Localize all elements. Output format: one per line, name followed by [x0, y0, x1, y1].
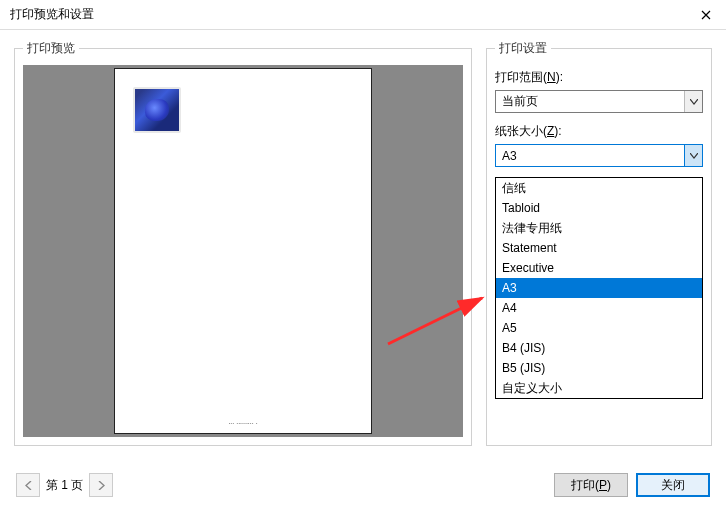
- window-title: 打印预览和设置: [10, 6, 94, 23]
- paper-size-option[interactable]: Tabloid: [496, 198, 702, 218]
- paper-size-option[interactable]: 信纸: [496, 178, 702, 198]
- chevron-down-icon: [684, 91, 702, 112]
- paper-size-value: A3: [502, 149, 517, 163]
- paper-size-option[interactable]: Statement: [496, 238, 702, 258]
- chevron-down-icon: [684, 145, 702, 166]
- print-button[interactable]: 打印(P): [554, 473, 628, 497]
- pager-label: 第 1 页: [46, 477, 83, 494]
- paper-size-option[interactable]: A4: [496, 298, 702, 318]
- settings-legend: 打印设置: [495, 40, 551, 57]
- pager: 第 1 页: [16, 473, 113, 497]
- print-range-value: 当前页: [502, 93, 538, 110]
- preview-page: ··· ········· ·: [114, 68, 372, 434]
- preview-thumbnail: [133, 87, 181, 133]
- preview-legend: 打印预览: [23, 40, 79, 57]
- close-icon[interactable]: [686, 0, 726, 30]
- next-page-button[interactable]: [89, 473, 113, 497]
- prev-page-button[interactable]: [16, 473, 40, 497]
- paper-size-select[interactable]: A3: [495, 144, 703, 167]
- paper-size-option[interactable]: 法律专用纸: [496, 218, 702, 238]
- print-range-select[interactable]: 当前页: [495, 90, 703, 113]
- print-settings-group: 打印设置 打印范围(N): 当前页 纸张大小(Z): A3 信纸Tabloid法…: [486, 40, 712, 446]
- paper-size-option[interactable]: B5 (JIS): [496, 358, 702, 378]
- paper-size-option[interactable]: A5: [496, 318, 702, 338]
- close-button[interactable]: 关闭: [636, 473, 710, 497]
- print-preview-group: 打印预览 ··· ········· ·: [14, 40, 472, 446]
- preview-page-caption: ··· ········· ·: [115, 420, 371, 427]
- paper-size-option[interactable]: B4 (JIS): [496, 338, 702, 358]
- paper-size-option[interactable]: A3: [496, 278, 702, 298]
- paper-size-dropdown[interactable]: 信纸Tabloid法律专用纸StatementExecutiveA3A4A5B4…: [495, 177, 703, 399]
- preview-canvas: ··· ········· ·: [23, 65, 463, 437]
- paper-size-option[interactable]: Executive: [496, 258, 702, 278]
- print-range-label: 打印范围(N):: [495, 69, 703, 86]
- paper-size-label: 纸张大小(Z):: [495, 123, 703, 140]
- paper-size-option[interactable]: 自定义大小: [496, 378, 702, 398]
